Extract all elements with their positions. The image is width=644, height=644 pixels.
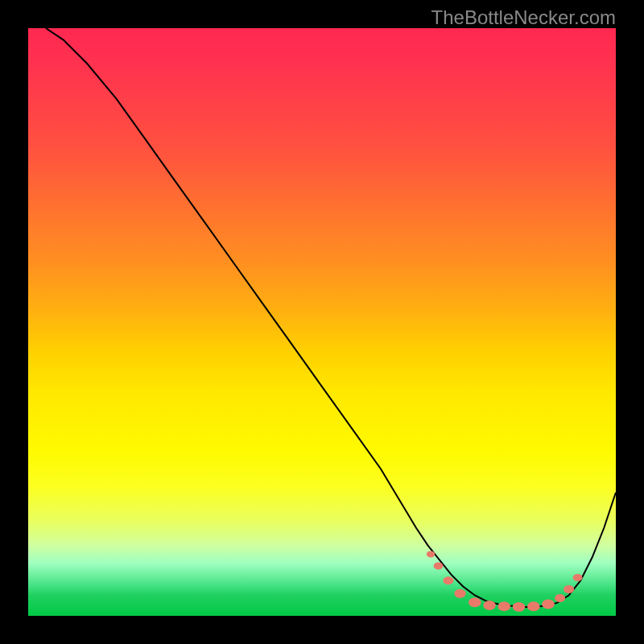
svg-point-2 [443,576,453,584]
svg-point-9 [542,599,555,609]
svg-point-1 [434,563,444,570]
curve-markers [427,551,583,612]
svg-point-11 [564,585,574,593]
svg-point-0 [427,551,435,557]
watermark-text: TheBottleNecker.com [431,6,616,29]
svg-point-10 [555,594,565,602]
svg-point-4 [469,597,481,607]
svg-point-5 [483,601,496,610]
chart-svg [28,28,616,616]
bottleneck-curve [46,28,616,607]
svg-point-3 [454,589,465,598]
svg-point-12 [573,574,583,581]
svg-point-6 [498,601,511,611]
svg-point-8 [527,601,540,611]
chart-container: TheBottleNecker.com [0,0,644,644]
svg-point-7 [513,602,526,612]
